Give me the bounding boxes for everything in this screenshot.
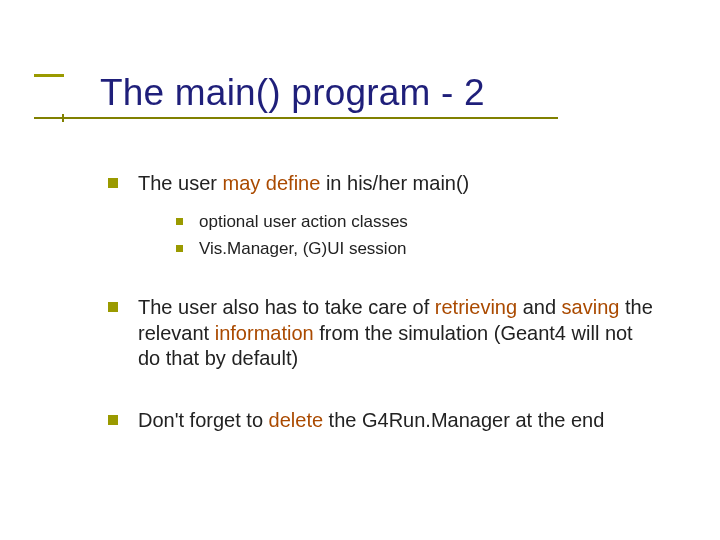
bullet-text: Don't forget to delete the G4Run.Manager… [138, 408, 604, 434]
bullet-square-icon [108, 178, 118, 188]
bullet-text: The user also has to take care of retrie… [138, 295, 660, 372]
bullet-level1: The user also has to take care of retrie… [108, 295, 660, 372]
keyword: may define [222, 172, 320, 194]
keyword: retrieving [435, 296, 517, 318]
keyword: delete [269, 409, 324, 431]
bullet-level1: Don't forget to delete the G4Run.Manager… [108, 408, 660, 434]
text-fragment: The user [138, 172, 222, 194]
text-fragment: Don't forget to [138, 409, 269, 431]
bullet-level1: The user may define in his/her main() [108, 171, 660, 197]
bullet-text: optional user action classes [199, 211, 408, 232]
title-underline [34, 117, 558, 119]
sub-bullets: optional user action classes Vis.Manager… [176, 211, 660, 260]
text-fragment: in his/her main() [320, 172, 469, 194]
bullet-square-icon [108, 302, 118, 312]
text-fragment: and [517, 296, 561, 318]
bullet-level2: optional user action classes [176, 211, 660, 232]
title-accent-bar [34, 74, 64, 77]
bullet-square-icon [108, 415, 118, 425]
bullet-square-icon [176, 218, 183, 225]
title-tick [62, 114, 64, 122]
slide-title: The main() program - 2 [100, 72, 720, 114]
bullet-text: Vis.Manager, (G)UI session [199, 238, 407, 259]
keyword: saving [562, 296, 620, 318]
text-fragment: the G4Run.Manager at the end [323, 409, 604, 431]
slide-body: The user may define in his/her main() op… [108, 171, 660, 433]
bullet-square-icon [176, 245, 183, 252]
bullet-level2: Vis.Manager, (G)UI session [176, 238, 660, 259]
text-fragment: The user also has to take care of [138, 296, 435, 318]
bullet-text: The user may define in his/her main() [138, 171, 469, 197]
keyword: information [215, 322, 314, 344]
